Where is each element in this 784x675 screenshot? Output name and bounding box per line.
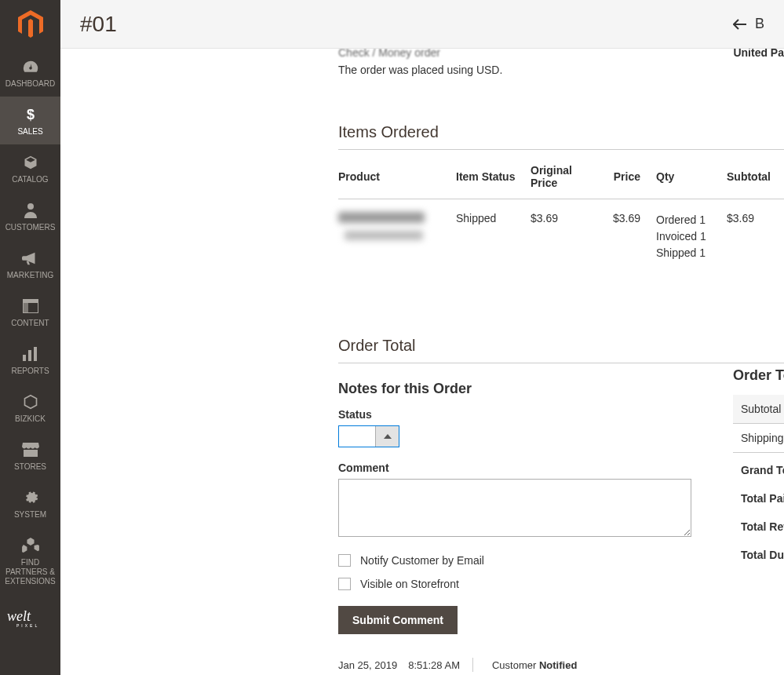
notes-title: Notes for this Order	[338, 381, 784, 397]
svg-point-1	[27, 203, 34, 210]
svg-rect-5	[23, 355, 26, 361]
shipping-method: United Pa	[733, 49, 784, 59]
page-header: #01 B	[60, 0, 784, 49]
weltpixel-logo[interactable]: welt PIXEL	[0, 600, 60, 638]
sidebar-label: CUSTOMERS	[4, 223, 57, 232]
price-cell: $3.69	[609, 199, 656, 267]
sidebar-label: SYSTEM	[13, 510, 48, 520]
cube-icon	[23, 153, 38, 172]
sidebar-item-content[interactable]: CONTENT	[0, 288, 60, 336]
visible-checkbox-row[interactable]: Visible on Storefront	[338, 578, 784, 590]
back-button[interactable]: B	[733, 16, 764, 32]
col-subtotal: Subtotal	[727, 150, 784, 199]
sidebar-label: STORES	[13, 462, 48, 472]
sidebar-item-reports[interactable]: REPORTS	[0, 336, 60, 384]
submit-comment-button[interactable]: Submit Comment	[338, 606, 458, 634]
col-original-price: Original Price	[531, 150, 609, 199]
dollar-icon: $	[24, 105, 37, 124]
checkbox-icon	[338, 578, 351, 590]
items-ordered-title: Items Ordered	[338, 123, 784, 149]
totals-grand: Grand To	[733, 453, 784, 484]
col-product: Product	[338, 150, 456, 199]
sidebar-item-dashboard[interactable]: DASHBOARD	[0, 49, 60, 97]
sidebar-item-partners[interactable]: FIND PARTNERS & EXTENSIONS	[0, 527, 60, 594]
arrow-left-icon	[733, 19, 747, 30]
orig-price-cell: $3.69	[531, 199, 609, 267]
sidebar-label: SALES	[16, 127, 44, 137]
sidebar-item-bizkick[interactable]: BIZKICK	[0, 384, 60, 432]
sidebar-label: MARKETING	[5, 271, 55, 280]
module-icon	[22, 536, 39, 555]
sidebar-item-catalog[interactable]: CATALOG	[0, 144, 60, 192]
magento-logo-icon	[18, 10, 43, 38]
sidebar-label: BIZKICK	[13, 414, 47, 424]
weltpixel-logo-icon: welt PIXEL	[7, 607, 54, 629]
item-status-cell: Shipped	[456, 199, 531, 267]
col-qty: Qty	[656, 150, 727, 199]
table-row: Shipped $3.69 $3.69 Ordered 1 Invoiced 1…	[338, 199, 784, 267]
svg-text:PIXEL: PIXEL	[16, 623, 39, 628]
history-customer: Customer Notified	[492, 659, 577, 671]
layout-icon	[23, 297, 38, 316]
sidebar-label: DASHBOARD	[4, 79, 57, 89]
sidebar-item-customers[interactable]: CUSTOMERS	[0, 192, 60, 240]
hexagon-icon	[23, 392, 38, 411]
svg-rect-7	[34, 347, 37, 361]
totals-shipping: Shipping	[733, 424, 784, 453]
col-price: Price	[609, 150, 656, 199]
totals-refunded: Total Ref	[733, 513, 784, 541]
svg-rect-4	[23, 303, 28, 313]
qty-cell: Ordered 1 Invoiced 1 Shipped 1	[656, 199, 727, 267]
totals-due: Total Due	[733, 541, 784, 569]
totals-title: Order To	[733, 367, 784, 384]
sidebar-label: CONTENT	[9, 319, 50, 328]
back-label: B	[755, 16, 764, 32]
magento-logo[interactable]	[0, 0, 60, 49]
admin-sidebar: DASHBOARD $ SALES CATALOG CUSTOMERS MARK…	[0, 0, 60, 675]
totals-paid: Total Pai	[733, 484, 784, 513]
history-date: Jan 25, 2019	[338, 659, 397, 671]
history-entry: Jan 25, 2019 8:51:28 AM Customer Notifie…	[338, 658, 784, 672]
sidebar-label: CATALOG	[10, 175, 49, 184]
history-time: 8:51:28 AM	[408, 659, 460, 671]
subtotal-cell: $3.69	[727, 199, 784, 267]
storefront-icon	[22, 440, 39, 459]
visible-label: Visible on Storefront	[360, 578, 459, 590]
status-select[interactable]	[338, 425, 399, 447]
order-currency-note: The order was placed using USD.	[338, 64, 784, 76]
svg-text:$: $	[26, 107, 34, 122]
notify-label: Notify Customer by Email	[360, 554, 484, 567]
sidebar-item-marketing[interactable]: MARKETING	[0, 240, 60, 288]
comment-textarea[interactable]	[338, 479, 691, 537]
order-content: Check / Money order The order was placed…	[60, 49, 784, 675]
order-totals-box: Order To Subtotal Shipping Grand To Tota…	[733, 367, 784, 569]
sidebar-item-system[interactable]: SYSTEM	[0, 480, 60, 527]
product-cell	[338, 199, 456, 267]
comment-label: Comment	[338, 462, 784, 474]
status-label: Status	[338, 408, 784, 421]
megaphone-icon	[22, 249, 39, 268]
caret-up-icon	[375, 426, 399, 447]
items-table: Product Item Status Original Price Price…	[338, 150, 784, 266]
svg-rect-6	[28, 350, 31, 361]
totals-subtotal: Subtotal	[733, 395, 784, 424]
sidebar-label: REPORTS	[9, 367, 50, 376]
bar-chart-icon	[23, 345, 38, 363]
page-title: #01	[80, 12, 117, 37]
dashboard-icon	[22, 57, 39, 76]
sidebar-label: FIND PARTNERS & EXTENSIONS	[0, 558, 60, 586]
svg-text:welt: welt	[7, 608, 31, 624]
notify-checkbox-row[interactable]: Notify Customer by Email	[338, 554, 784, 567]
person-icon	[24, 201, 37, 220]
order-total-title: Order Total	[338, 337, 784, 363]
sidebar-item-stores[interactable]: STORES	[0, 432, 60, 480]
svg-rect-3	[23, 299, 38, 303]
col-item-status: Item Status	[456, 150, 531, 199]
checkbox-icon	[338, 554, 351, 567]
sidebar-item-sales[interactable]: $ SALES	[0, 97, 60, 144]
payment-method: Check / Money order	[338, 49, 784, 59]
gear-icon	[23, 488, 38, 507]
